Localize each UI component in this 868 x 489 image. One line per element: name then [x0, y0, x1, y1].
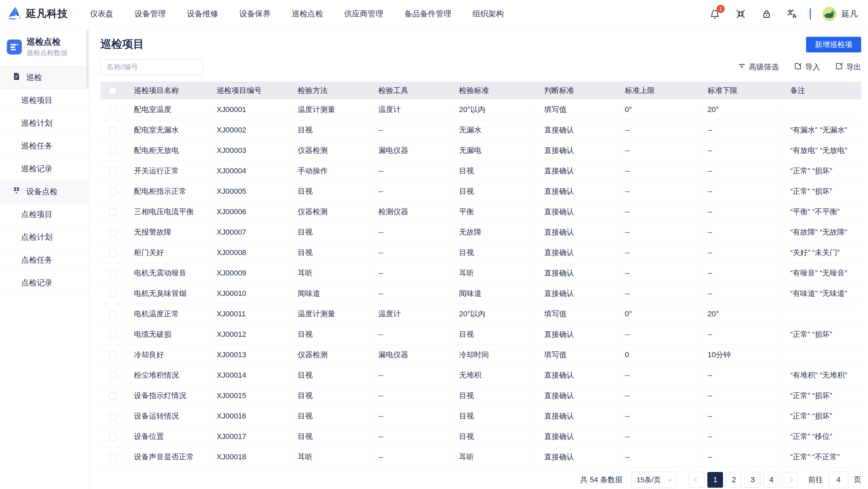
sidebar-item-点检任务[interactable]: 点检任务 [0, 249, 89, 271]
prev-page-button[interactable] [689, 472, 704, 488]
sidebar-item-label: 设备点检 [26, 186, 58, 197]
row-checkbox[interactable] [109, 351, 116, 359]
table-cell: 柜门关好 [125, 242, 208, 263]
row-checkbox[interactable] [109, 331, 116, 338]
document-icon [12, 72, 21, 83]
nav-item[interactable]: 备品备件管理 [404, 9, 451, 19]
lock-icon[interactable] [761, 8, 772, 20]
fullscreen-icon[interactable] [735, 8, 746, 20]
translate-icon[interactable]: 文 A [787, 8, 798, 20]
table-cell: XJ00006 [208, 202, 289, 222]
table-cell: XJ00012 [208, 324, 289, 345]
sidebar-item-巡检计划[interactable]: 巡检计划 [0, 112, 89, 135]
nav-item[interactable]: 组织架构 [472, 9, 504, 19]
row-checkbox[interactable] [109, 433, 116, 441]
table-cell: -- [699, 202, 782, 222]
nav-item[interactable]: 巡检点检 [292, 9, 323, 19]
brand-logo-icon [7, 5, 22, 22]
table-cell: XJ00013 [208, 345, 289, 365]
column-header: 检验标准 [450, 82, 535, 99]
row-checkbox-cell [100, 202, 125, 222]
table-cell: XJ00009 [208, 263, 289, 283]
column-header: 判断标准 [535, 82, 616, 99]
table-cell: “正常” “损坏” [782, 181, 861, 202]
table-cell: 温度计测量 [289, 99, 370, 120]
row-checkbox[interactable] [109, 392, 116, 400]
user-menu[interactable]: 延凡 [822, 7, 858, 21]
search-input[interactable] [100, 59, 203, 75]
table-cell: -- [616, 202, 699, 222]
row-checkbox[interactable] [109, 454, 116, 461]
goto-page: 前往 页 [808, 472, 861, 488]
sidebar-item-label: 点检计划 [21, 232, 52, 242]
table-cell: 0° [616, 99, 699, 120]
table-cell: -- [616, 426, 699, 447]
row-checkbox-cell [100, 263, 125, 283]
table-cell: “正常” “不正常” [782, 447, 861, 467]
nav-item[interactable]: 设备维修 [187, 9, 218, 19]
table-cell: “有噪音” “无噪音” [782, 263, 861, 283]
page-button-2[interactable]: 2 [726, 472, 742, 488]
row-checkbox[interactable] [109, 311, 116, 318]
row-checkbox[interactable] [109, 229, 116, 236]
table-cell: -- [699, 385, 782, 406]
row-checkbox[interactable] [109, 168, 116, 175]
sidebar-item-巡检项目[interactable]: 巡检项目 [0, 89, 89, 112]
table-cell: 直接确认 [535, 222, 616, 242]
page-button-1[interactable]: 1 [707, 472, 723, 488]
row-checkbox[interactable] [109, 147, 116, 155]
row-checkbox[interactable] [109, 290, 116, 298]
table-cell: -- [616, 140, 699, 161]
sidebar-item-点检项目[interactable]: 点检项目 [0, 203, 89, 226]
nav-item[interactable]: 设备管理 [134, 9, 166, 19]
row-checkbox[interactable] [109, 249, 116, 257]
sidebar-item-点检计划[interactable]: 点检计划 [0, 226, 89, 249]
page-button-3[interactable]: 3 [745, 472, 760, 488]
sidebar-item-设备点检[interactable]: 设备点检 [0, 180, 89, 203]
row-checkbox[interactable] [109, 372, 116, 379]
row-checkbox-cell [100, 345, 125, 365]
nav-item[interactable]: 设备保养 [239, 9, 271, 19]
row-checkbox[interactable] [109, 188, 116, 195]
nav-item[interactable]: 仪表盘 [90, 9, 113, 19]
row-checkbox[interactable] [109, 208, 116, 216]
table-cell: “有漏水” “无漏水” [782, 120, 861, 140]
notification-bell-icon[interactable]: 1 [709, 8, 721, 20]
table-cell: -- [616, 385, 699, 406]
sidebar-item-巡检记录[interactable]: 巡检记录 [0, 157, 89, 180]
table-cell: 冷却时间 [450, 345, 535, 365]
page-button-4[interactable]: 4 [763, 472, 779, 488]
sidebar-scrollbar[interactable] [86, 30, 89, 88]
export-button[interactable]: 导出 [835, 62, 861, 72]
table-cell: -- [370, 120, 450, 140]
goto-page-input[interactable] [829, 472, 848, 488]
username: 延凡 [841, 9, 858, 19]
sidebar-item-巡检[interactable]: 巡检 [0, 66, 89, 89]
row-checkbox-cell [100, 324, 125, 345]
table-cell: 仪器检测 [289, 345, 370, 365]
table-cell: “有故障” “无故障” [782, 222, 861, 242]
table-cell: -- [616, 222, 699, 242]
chevron-left-icon [694, 477, 699, 483]
table-cell: 检测仪器 [370, 202, 450, 222]
table-cell: 目视 [450, 324, 535, 345]
table-row: 配电柜指示正常XJ00005目视--目视直接确认----“正常” “损坏” [100, 181, 861, 202]
advanced-filter-button[interactable]: 高级筛选 [738, 62, 779, 72]
table-cell: 20° [699, 304, 782, 324]
table-cell: 无漏电 [450, 140, 535, 161]
table-cell: 闻味道 [450, 283, 535, 304]
add-inspection-item-button[interactable]: 新增巡检项 [806, 37, 861, 52]
row-checkbox[interactable] [109, 127, 116, 134]
sidebar-item-点检记录[interactable]: 点检记录 [0, 271, 89, 294]
row-checkbox[interactable] [109, 413, 116, 420]
row-checkbox[interactable] [109, 106, 116, 114]
sidebar-item-label: 点检记录 [21, 278, 52, 288]
nav-item[interactable]: 供应商管理 [344, 9, 383, 19]
select-all-checkbox[interactable] [109, 87, 116, 95]
page-size-select[interactable]: 15条/页 [631, 472, 676, 488]
import-button[interactable]: 导入 [794, 62, 820, 72]
table-cell: 无堆积 [450, 365, 535, 385]
sidebar-item-巡检任务[interactable]: 巡检任务 [0, 135, 89, 157]
next-page-button[interactable] [782, 472, 798, 488]
row-checkbox[interactable] [109, 270, 116, 277]
